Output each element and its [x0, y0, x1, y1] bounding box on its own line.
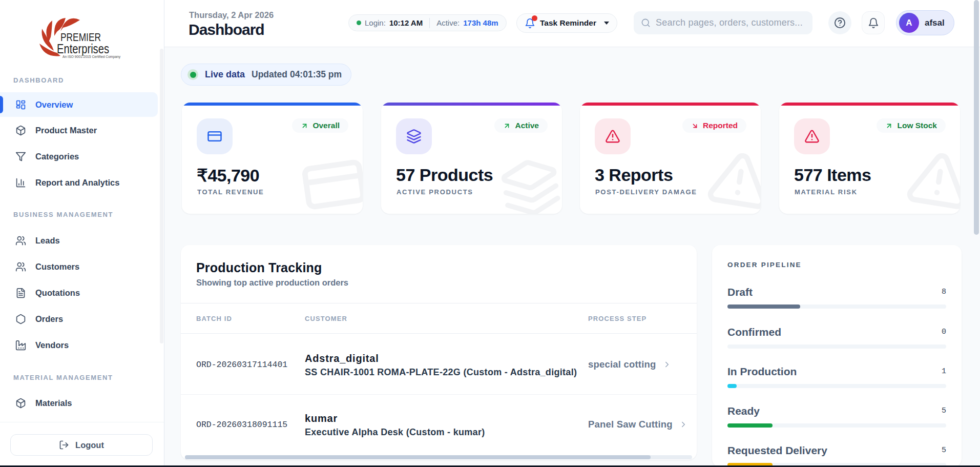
svg-text:An ISO 9001-2015 Certified Com: An ISO 9001-2015 Certified Company [62, 54, 120, 59]
